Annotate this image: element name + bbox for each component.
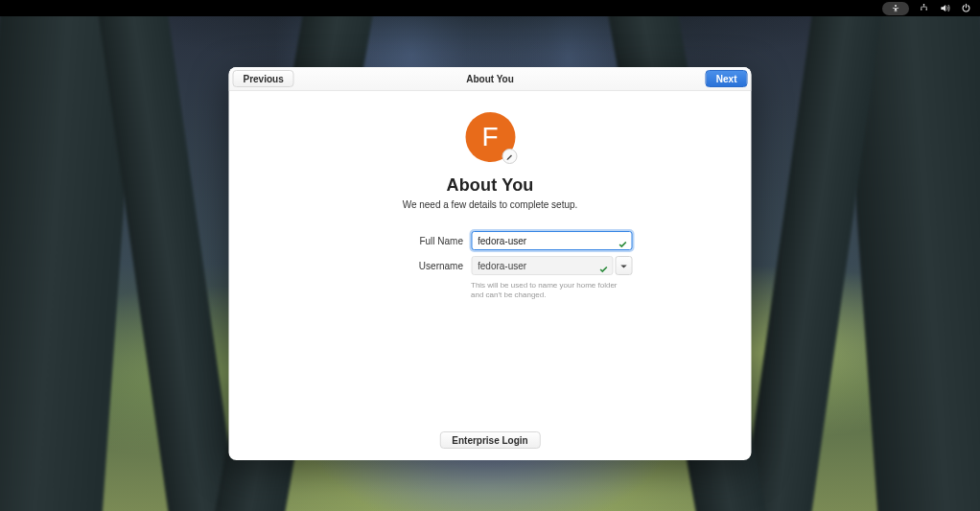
top-bar [0,0,980,16]
checkmark-icon [598,261,608,270]
enterprise-login-button[interactable]: Enterprise Login [439,431,540,449]
accessibility-menu[interactable] [882,2,909,15]
username-input[interactable] [471,256,613,275]
chevron-down-icon [619,257,627,274]
page-heading: About You [446,175,533,196]
avatar-edit-button[interactable] [502,149,517,164]
volume-icon[interactable] [938,2,951,15]
about-you-form: Full Name Username [229,231,752,300]
dialog-body: F About You We need a few details to com… [229,91,752,460]
username-label: Username [348,261,463,271]
setup-dialog: Previous About You Next F About You We n… [229,67,752,460]
username-hint: This will be used to name your home fold… [471,281,632,300]
full-name-row: Full Name [348,231,632,250]
next-button[interactable]: Next [706,70,748,87]
svg-rect-2 [921,9,922,10]
username-dropdown-button[interactable] [615,256,632,275]
avatar-area: F [465,112,515,162]
username-row: Username [348,256,632,275]
network-icon[interactable] [917,2,930,15]
accessibility-icon [889,2,902,15]
full-name-label: Full Name [348,236,463,246]
page-subtitle: We need a few details to complete setup. [403,199,578,210]
dialog-header: Previous About You Next [229,67,752,91]
previous-button[interactable]: Previous [233,70,294,87]
dialog-title: About You [466,74,514,84]
svg-rect-3 [925,9,926,10]
full-name-input[interactable] [471,231,632,250]
svg-point-0 [895,4,897,6]
full-name-input-wrap [471,231,632,250]
pencil-icon [505,148,513,165]
power-icon[interactable] [959,2,972,15]
checkmark-icon [618,236,627,245]
username-input-wrap [471,256,613,275]
